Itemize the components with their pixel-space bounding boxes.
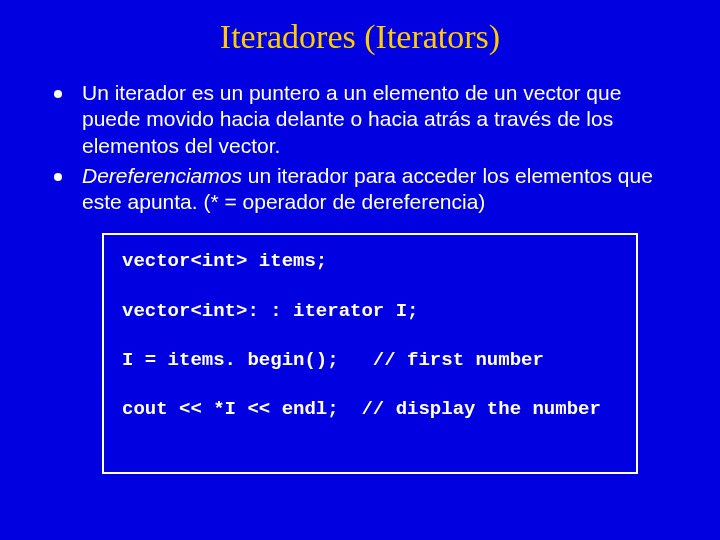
bullet-list: Un iterador es un puntero a un elemento …: [40, 80, 680, 215]
bullet-item: Dereferenciamos un iterador para acceder…: [44, 163, 680, 216]
bullet-text: Un iterador es un puntero a un elemento …: [82, 81, 621, 157]
bullet-lead-italic: Dereferenciamos: [82, 164, 242, 187]
slide: Iteradores (Iterators) Un iterador es un…: [0, 0, 720, 540]
bullet-item: Un iterador es un puntero a un elemento …: [44, 80, 680, 159]
slide-title: Iteradores (Iterators): [40, 18, 680, 56]
code-block: vector<int> items; vector<int>: : iterat…: [102, 233, 638, 474]
